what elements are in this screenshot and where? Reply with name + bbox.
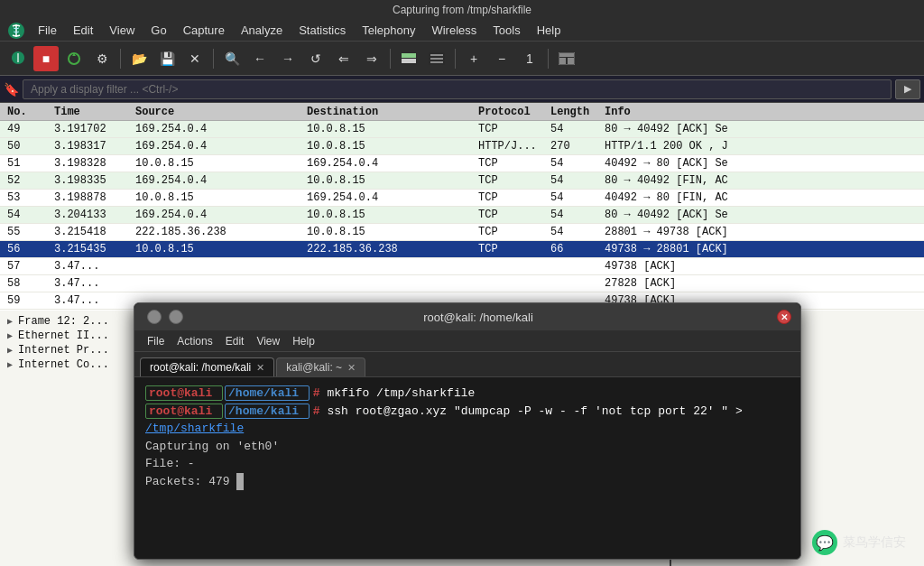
packet-row[interactable]: 56 3.215435 10.0.8.15 222.185.36.238 TCP… [0, 241, 924, 258]
col-header-destination: Destination [307, 106, 478, 118]
cell-info: 40492 → 80 [ACK] Se [605, 157, 924, 170]
toolbar-next-btn[interactable]: ⇒ [359, 46, 384, 71]
cell-length: 54 [550, 123, 605, 135]
term-path-2: /home/kali [228, 404, 299, 418]
menu-edit[interactable]: Edit [66, 22, 100, 39]
term-link: /tmp/sharkfile [145, 422, 244, 435]
cell-protocol: TCP [478, 174, 550, 187]
menu-wireless[interactable]: Wireless [424, 22, 484, 39]
cell-no: 52 [0, 174, 54, 187]
cell-no: 58 [0, 277, 54, 290]
toolbar-pane-btn[interactable] [554, 46, 579, 71]
packet-list[interactable]: No. Time Source Destination Protocol Len… [0, 103, 924, 311]
cell-protocol: TCP [478, 157, 550, 170]
toolbar-zoom-out-btn[interactable]: − [489, 46, 514, 71]
cell-no: 49 [0, 123, 54, 135]
toolbar-open-btn[interactable]: 📂 [126, 46, 152, 71]
menu-tools[interactable]: Tools [485, 22, 527, 39]
window-controls [143, 310, 183, 324]
close-btn[interactable]: ✕ [777, 310, 791, 324]
toolbar-save-btn[interactable]: 💾 [154, 46, 180, 71]
toolbar-restart-btn[interactable] [61, 46, 87, 71]
toolbar-sep-3 [390, 49, 391, 69]
term-menu-help[interactable]: Help [287, 334, 320, 348]
cell-no: 53 [0, 191, 54, 204]
cell-destination: 10.0.8.15 [307, 140, 478, 153]
toolbar-logo-btn[interactable] [5, 46, 31, 71]
cell-length: 66 [550, 243, 605, 255]
packet-row[interactable]: 50 3.198317 169.254.0.4 10.0.8.15 HTTP/J… [0, 138, 924, 155]
toolbar-search-btn[interactable]: 🔍 [219, 46, 245, 71]
term-menu-view[interactable]: View [251, 334, 285, 348]
cell-source: 169.254.0.4 [135, 123, 307, 135]
cell-info: 28801 → 49738 [ACK] [605, 226, 924, 238]
term-menu-actions[interactable]: Actions [171, 334, 217, 348]
toolbar-goto-btn[interactable]: ↺ [303, 46, 328, 71]
toolbar-zoom-reset-btn[interactable]: 1 [517, 46, 542, 71]
filter-bar: 🔖 ▶ [0, 76, 924, 103]
cell-info: 80 → 40492 [ACK] Se [605, 123, 924, 135]
menu-go[interactable]: Go [143, 22, 173, 39]
terminal-tab-kali[interactable]: kali@kali: ~ ✕ [276, 357, 365, 376]
term-menu-file[interactable]: File [142, 334, 170, 348]
term-output-text-3: Packets: 479 [145, 475, 236, 488]
term-cmd-2: ssh root@zgao.xyz "dumpcap -P -w - -f 'n… [327, 404, 742, 418]
menu-help[interactable]: Help [530, 22, 568, 39]
col-header-time: Time [54, 106, 135, 118]
cell-no: 57 [0, 260, 54, 273]
menu-file[interactable]: File [31, 22, 64, 39]
packet-row[interactable]: 54 3.204133 169.254.0.4 10.0.8.15 TCP 54… [0, 207, 924, 224]
cell-length: 270 [550, 140, 605, 153]
cell-protocol: HTTP/J... [478, 140, 550, 153]
filter-apply-btn[interactable]: ▶ [895, 79, 920, 99]
cell-destination: 222.185.36.238 [307, 243, 478, 255]
cell-destination: 10.0.8.15 [307, 174, 478, 187]
svg-rect-2 [402, 53, 416, 58]
toolbar-stop-btn[interactable]: ■ [33, 46, 59, 71]
toolbar-back-btn[interactable]: ← [247, 46, 273, 71]
packet-row[interactable]: 52 3.198335 169.254.0.4 10.0.8.15 TCP 54… [0, 172, 924, 190]
menu-statistics[interactable]: Statistics [291, 22, 353, 39]
col-header-length: Length [550, 106, 605, 118]
title-text: Capturing from /tmp/sharkfile [393, 4, 531, 16]
terminal-window[interactable]: root@kali: /home/kali ✕ File Actions Edi… [134, 302, 801, 560]
packet-row[interactable]: 57 3.47... 49738 [ACK] [0, 258, 924, 275]
minimize-btn[interactable] [147, 310, 162, 324]
svg-rect-10 [559, 58, 566, 64]
toolbar-close-btn[interactable]: ✕ [182, 46, 208, 71]
cell-no: 56 [0, 243, 54, 255]
tab-close-kali[interactable]: ✕ [347, 362, 356, 374]
cell-time: 3.198317 [54, 140, 135, 153]
menu-bar: File Edit View Go Capture Analyze Statis… [0, 20, 924, 42]
cell-no: 51 [0, 157, 54, 170]
tab-close-root[interactable]: ✕ [256, 362, 264, 374]
toolbar-autoscroll-btn[interactable] [424, 46, 449, 71]
packet-row[interactable]: 58 3.47... 27828 [ACK] [0, 275, 924, 292]
toolbar-options-btn[interactable]: ⚙ [89, 46, 115, 71]
filter-input[interactable] [23, 79, 892, 99]
toolbar-sep-1 [120, 49, 121, 69]
cell-source: 10.0.8.15 [135, 191, 307, 204]
menu-telephony[interactable]: Telephony [355, 22, 422, 39]
packet-row[interactable]: 55 3.215418 222.185.36.238 10.0.8.15 TCP… [0, 224, 924, 241]
toolbar-zoom-in-btn[interactable]: + [461, 46, 486, 71]
cell-time: 3.215418 [54, 226, 135, 238]
cell-destination: 169.254.0.4 [307, 157, 478, 170]
toolbar-forward-btn[interactable]: → [275, 46, 300, 71]
toolbar-prev-btn[interactable]: ⇐ [331, 46, 356, 71]
packet-rows: 49 3.191702 169.254.0.4 10.0.8.15 TCP 54… [0, 121, 924, 311]
menu-analyze[interactable]: Analyze [234, 22, 290, 39]
menu-view[interactable]: View [102, 22, 142, 39]
menu-capture[interactable]: Capture [176, 22, 232, 39]
packet-row[interactable]: 49 3.191702 169.254.0.4 10.0.8.15 TCP 54… [0, 121, 924, 138]
wechat-icon: 💬 [812, 530, 837, 555]
terminal-tab-root[interactable]: root@kali: /home/kali ✕ [140, 357, 274, 376]
maximize-btn[interactable] [169, 310, 183, 324]
packet-row[interactable]: 51 3.198328 10.0.8.15 169.254.0.4 TCP 54… [0, 155, 924, 172]
toolbar: ■ ⚙ 📂 💾 ✕ 🔍 ← → ↺ ⇐ ⇒ + − 1 [0, 42, 924, 76]
title-bar: Capturing from /tmp/sharkfile [0, 0, 924, 20]
toolbar-colorize-btn[interactable] [396, 46, 421, 71]
packet-row[interactable]: 53 3.198878 10.0.8.15 169.254.0.4 TCP 54… [0, 190, 924, 207]
cell-info: HTTP/1.1 200 OK , J [605, 140, 924, 153]
term-menu-edit[interactable]: Edit [220, 334, 250, 348]
